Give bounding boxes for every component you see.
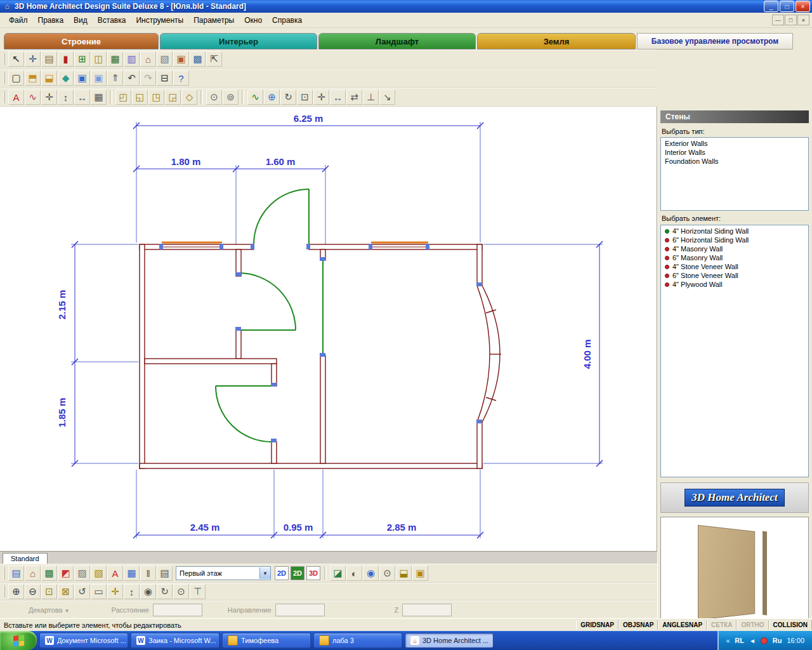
hide-tray-chevron[interactable]: « <box>726 637 730 644</box>
zoom-out-tool[interactable]: ⊖ <box>25 584 41 599</box>
sheet-tab-standard[interactable]: Standard <box>3 553 48 564</box>
tab-interior[interactable]: Интерьер <box>160 33 317 50</box>
list-item[interactable]: 4" Horizontal Siding Wall <box>661 227 808 235</box>
objsnap-toggle[interactable]: OBJSNAP <box>619 620 658 630</box>
center-view-tool[interactable]: ⊙ <box>173 584 189 599</box>
grid-display-button[interactable]: ▦ <box>124 566 140 581</box>
mdi-minimize-button[interactable]: — <box>772 15 784 25</box>
view-2d-button[interactable]: 2D <box>275 566 289 580</box>
select-points-tool[interactable]: ⊡ <box>297 90 313 105</box>
save-view-button[interactable]: ▣ <box>412 566 428 581</box>
measure-tool[interactable]: ⇱ <box>206 51 222 67</box>
start-button[interactable] <box>0 631 37 650</box>
visibility-button[interactable]: ◉ <box>363 566 379 581</box>
zoom-in-tool[interactable]: ⊕ <box>8 584 24 599</box>
break-wall-tool[interactable]: ↘ <box>379 90 395 105</box>
move-tool[interactable]: ✛ <box>313 90 329 105</box>
menu-help[interactable]: Справка <box>267 14 307 27</box>
open-plan-button[interactable]: ⬒ <box>25 70 41 86</box>
new-plan-button[interactable]: ▢ <box>8 70 24 86</box>
horizontal-dim-tool[interactable]: ↔ <box>74 90 90 105</box>
wall-3d-preview[interactable] <box>660 517 809 627</box>
material-display-button[interactable]: ▩ <box>41 566 57 581</box>
wall-tool[interactable]: ▮ <box>58 51 74 67</box>
menu-options[interactable]: Параметры <box>188 14 239 27</box>
view-front-button[interactable]: ◱ <box>132 90 148 105</box>
zoom-previous-tool[interactable]: ↺ <box>74 584 90 599</box>
floor-combo-icon[interactable]: ▤ <box>157 566 173 581</box>
look-tool[interactable]: ◉ <box>140 584 156 599</box>
fence-display-button[interactable]: ‖ <box>140 566 156 581</box>
cabinet-tool[interactable]: ▦ <box>107 51 123 67</box>
undo-button[interactable]: ↶ <box>124 70 140 86</box>
plan-camera-button[interactable]: ⊚ <box>223 90 239 105</box>
anglesnap-toggle[interactable]: ANGLESNAP <box>658 620 707 630</box>
text-style-tool[interactable]: A <box>8 90 24 105</box>
menu-window[interactable]: Окно <box>239 14 267 27</box>
toolbar-grip[interactable] <box>3 72 5 84</box>
gridsnap-toggle[interactable]: GRIDSNAP <box>576 620 619 630</box>
walls[interactable] <box>140 244 482 468</box>
taskbar-item-word-doc[interactable]: W Документ Microsoft ... <box>39 633 128 648</box>
taskbar-item-home-architect[interactable]: ⌂ 3D Home Architect ... <box>405 633 494 648</box>
camera-view-button[interactable]: ⊙ <box>379 566 395 581</box>
rotate-tool[interactable]: ↻ <box>280 90 296 105</box>
redo-button[interactable]: ↷ <box>140 70 156 86</box>
tray-app-icon[interactable] <box>761 637 768 644</box>
view-top-button[interactable]: ◰ <box>115 90 131 105</box>
render-mode-button[interactable]: ◪ <box>330 566 346 581</box>
menu-file[interactable]: Файл <box>4 14 33 27</box>
distance-field[interactable] <box>153 604 202 616</box>
menu-view[interactable]: Вид <box>69 14 93 27</box>
zoom-window-tool[interactable]: ⊡ <box>41 584 57 599</box>
hatch-display-button[interactable]: ▨ <box>74 566 90 581</box>
taskbar-item-word[interactable]: W Заика - Microsoft W... <box>131 633 219 648</box>
wall-type-list[interactable]: Exterior Walls Interior Walls Foundation… <box>660 137 809 211</box>
list-item[interactable]: Exterior Walls <box>661 139 808 148</box>
menu-edit[interactable]: Правка <box>33 14 69 27</box>
title-bar[interactable]: ⌂ 3D Home Architect Design Suite Deluxe … <box>0 0 812 13</box>
survey-tool[interactable]: ✛ <box>25 51 41 67</box>
save-as-button[interactable]: ▣ <box>91 70 107 86</box>
text-display-button[interactable]: A <box>107 566 123 581</box>
bay-window[interactable] <box>477 286 501 422</box>
menu-insert[interactable]: Вставка <box>93 14 131 27</box>
drawing-canvas[interactable]: 6.25 m 1.80 m 1.60 m 2.15 m 1.85 m 4.00 … <box>0 107 657 551</box>
plan-2d-button[interactable]: 2D <box>291 566 304 580</box>
snap-tool[interactable]: ⊕ <box>264 90 280 105</box>
toolbar-grip[interactable] <box>3 53 5 65</box>
mdi-restore-button[interactable]: □ <box>785 15 797 25</box>
taskbar-item-folder-2[interactable]: лаба 3 <box>313 633 402 648</box>
layout-grid-tool[interactable]: ▦ <box>91 90 107 105</box>
roof-tool[interactable]: ⌂ <box>140 51 156 67</box>
material-tool[interactable]: ▩ <box>190 51 206 67</box>
floor-plan[interactable]: 6.25 m 1.80 m 1.60 m 2.15 m 1.85 m 4.00 … <box>0 107 657 551</box>
join-walls-tool[interactable]: ⊥ <box>363 90 379 105</box>
tray-rl-indicator[interactable]: RL <box>735 637 744 644</box>
deck-tool[interactable]: ▧ <box>157 51 173 67</box>
list-item[interactable]: 6" Masonry Wall <box>661 253 808 262</box>
view-side-button[interactable]: ◳ <box>148 90 164 105</box>
stretch-tool[interactable]: ↔ <box>330 90 346 105</box>
color-display-button[interactable]: ◩ <box>58 566 74 581</box>
help-button[interactable]: ? <box>173 70 189 86</box>
layer-display-button[interactable]: ▤ <box>8 566 24 581</box>
tab-terrain[interactable]: Земля <box>477 33 636 50</box>
view-iso-button[interactable]: ◲ <box>165 90 181 105</box>
z-field[interactable] <box>402 604 452 616</box>
stairs-tool[interactable]: ▤ <box>41 51 57 67</box>
align-view-tool[interactable]: ⊤ <box>190 584 206 599</box>
floor-selector[interactable]: Первый этаж ▼ <box>176 566 271 580</box>
toolbar-grip[interactable] <box>3 91 5 103</box>
fireplace-tool[interactable]: ▣ <box>173 51 189 67</box>
tab-building[interactable]: Строение <box>4 33 159 50</box>
direction-field[interactable] <box>275 604 325 616</box>
grid-toggle[interactable]: СЕТКА <box>707 620 737 630</box>
tab-landscape[interactable]: Ландшафт <box>318 33 476 50</box>
clock[interactable]: 16:00 <box>787 637 804 644</box>
menu-tools[interactable]: Инструменты <box>131 14 188 27</box>
section-view-button[interactable]: ⬓ <box>396 566 412 581</box>
walkthrough-camera-button[interactable]: ⊙ <box>206 90 222 105</box>
curve-wall-tool[interactable]: ∿ <box>247 90 263 105</box>
maximize-button[interactable]: □ <box>780 1 794 12</box>
